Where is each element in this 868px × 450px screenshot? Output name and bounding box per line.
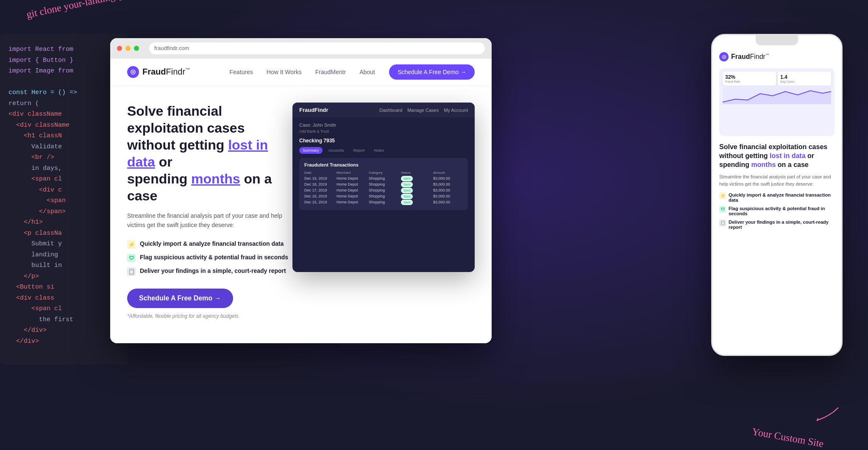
feature-text-1: Quickly import & analyze financial trans… [140,240,284,247]
nav-features[interactable]: Features [230,69,253,75]
mobile-feature-text-1: Quickly import & analyze financial trans… [729,192,835,203]
mobile-icon-shield: 🛡 [719,206,726,213]
cta-note: *Affordable, flexible pricing for all ag… [127,313,297,319]
row1-category: Shopping [369,176,398,181]
mobile-content: FraudFindr™ 32% Fraud Rate 1.4 Avg Cases [712,45,841,355]
hero-left: Solve financial exploitation cases witho… [127,103,305,335]
mini-value-2: 1.4 [780,74,829,80]
mobile-notch [756,35,798,45]
dash-case-sub: Add Bank & Trust [299,129,468,133]
feature-item-3: 📋 Deliver your findings in a simple, cou… [127,267,297,276]
row3-merchant: Home Depot [337,188,366,192]
feature-list: ⚡ Quickly import & analyze financial tra… [127,240,297,276]
row1-status: Sent [401,176,431,181]
row5-date: Dec 15, 2019 [304,200,334,204]
mobile-logo: FraudFindr™ [719,52,835,61]
row5-status: Sent [401,200,431,204]
row2-date: Dec 18, 2019 [304,182,334,186]
row3-amount: $3,000.00 [433,188,463,192]
feature-item-2: 🛡 Flag suspicious activity & potential f… [127,254,297,262]
nav-about[interactable]: About [359,69,375,75]
row2-category: Shopping [369,182,398,186]
dash-account-title: Checking 7935 [299,138,468,144]
row1-amount: $3,000.00 [433,176,463,181]
mobile-hero-title: Solve financial exploitation cases witho… [719,143,835,169]
mobile-feature-2: 🛡 Flag suspicious activity & potential f… [719,206,835,216]
logo: FraudFindr™ [127,66,190,78]
row4-amount: $3,000.00 [433,194,463,198]
landing-page: FraudFindr™ Features How It Works FraudM… [110,58,492,343]
row2-status: Sent [401,182,431,186]
row3-date: Dec 17, 2019 [304,188,334,192]
browser-window: fraudfindr.com FraudFindr™ Features How … [110,38,492,343]
feature-icon-report: 📋 [127,267,136,276]
hero-highlight-2: months [191,171,240,186]
hero-right: ✓ Social Security We'll flag transaction… [305,103,475,335]
row4-status: Sent [401,194,431,198]
nav-cta-button[interactable]: Schedule A Free Demo → [389,64,475,80]
hero-section: Solve financial exploitation cases witho… [110,86,492,343]
feature-text-3: Deliver your findings in a simple, court… [140,267,286,274]
mini-label-1: Fraud Rate [725,80,773,83]
feature-item-1: ⚡ Quickly import & analyze financial tra… [127,240,297,249]
row5-category: Shopping [369,200,398,204]
hero-cta-button[interactable]: Schedule A Free Demo → [127,289,233,308]
mobile-feature-1: ⚡ Quickly import & analyze financial tra… [719,192,835,203]
dash-nav-account: My Account [444,108,468,113]
feature-text-2: Flag suspicious activity & potential fra… [140,254,288,261]
col-category: Category [369,171,398,175]
dash-nav: Dashboard Manage Cases My Account [379,108,468,113]
dash-table-header: Date Merchant Category Status Amount [304,171,463,175]
mini-value-1: 32% [725,74,773,80]
dash-tab-notes[interactable]: Notes [371,147,388,154]
annotation-arrow-bottom [809,403,843,425]
navigation: FraudFindr™ Features How It Works FraudM… [110,58,492,86]
mobile-icon-speed: ⚡ [719,192,726,199]
dash-table-title: Fraudulent Transactions [304,162,463,167]
browser-dot-red[interactable] [117,46,122,51]
mobile-icon-report: 📋 [719,219,726,226]
mini-chart [723,87,831,104]
hero-subtitle: Streamline the financial analysis part o… [127,211,297,230]
svg-point-1 [132,71,134,73]
dashboard-preview: FraudFindr Dashboard Manage Cases My Acc… [292,103,475,272]
mobile-highlight-2: months [751,161,776,168]
browser-dot-yellow[interactable] [125,46,131,51]
col-status: Status [401,171,431,175]
mobile-subtitle: Streamline the financial analysis part o… [719,173,835,187]
mobile-feature-text-3: Deliver your findings in a simple, court… [729,219,835,230]
mobile-logo-icon [719,52,729,61]
nav-links: Features How It Works FraudMentr About [215,69,389,75]
row4-merchant: Home Depot [337,194,366,198]
col-merchant: Merchant [337,171,366,175]
dash-nav-cases: Manage Cases [407,108,439,113]
nav-how-it-works[interactable]: How It Works [267,69,302,75]
dash-case-title: Case: John Smith [299,122,468,128]
row3-status: Sent [401,188,431,192]
dash-tabs: Summary Accounts Report Notes [299,147,468,154]
dash-nav-dashboard: Dashboard [379,108,402,113]
row3-category: Shopping [369,188,398,192]
mobile-highlight-1: lost in data [770,152,805,159]
browser-chrome: fraudfindr.com [110,38,492,58]
dash-tab-active[interactable]: Summary [299,147,323,154]
mini-card-1: 32% Fraud Rate [723,72,776,86]
svg-point-5 [723,56,725,58]
col-date: Date [304,171,334,175]
code-panel: import React from import { Button } impo… [0,34,127,364]
dash-tab-report[interactable]: Report [350,147,368,154]
row2-amount: $3,000.00 [433,182,463,186]
table-row: Dec 19, 2019 Home Depot Shopping Sent $3… [304,176,463,181]
table-row: Dec 16, 2019 Home Depot Shopping Sent $3… [304,194,463,198]
table-row: Dec 18, 2019 Home Depot Shopping Sent $3… [304,182,463,186]
table-row: Dec 15, 2019 Home Depot Shopping Sent $3… [304,200,463,204]
dash-tab-accounts[interactable]: Accounts [325,147,348,154]
browser-dot-green[interactable] [134,46,139,51]
mobile-dashboard-preview: 32% Fraud Rate 1.4 Avg Cases [719,68,835,136]
dash-content: Case: John Smith Add Bank & Trust Checki… [292,117,475,215]
row2-merchant: Home Depot [337,182,366,186]
nav-fraudmentr[interactable]: FraudMentr [315,69,346,75]
feature-icon-speed: ⚡ [127,240,136,249]
browser-address-bar[interactable]: fraudfindr.com [149,42,485,54]
logo-text: FraudFindr™ [142,67,190,77]
